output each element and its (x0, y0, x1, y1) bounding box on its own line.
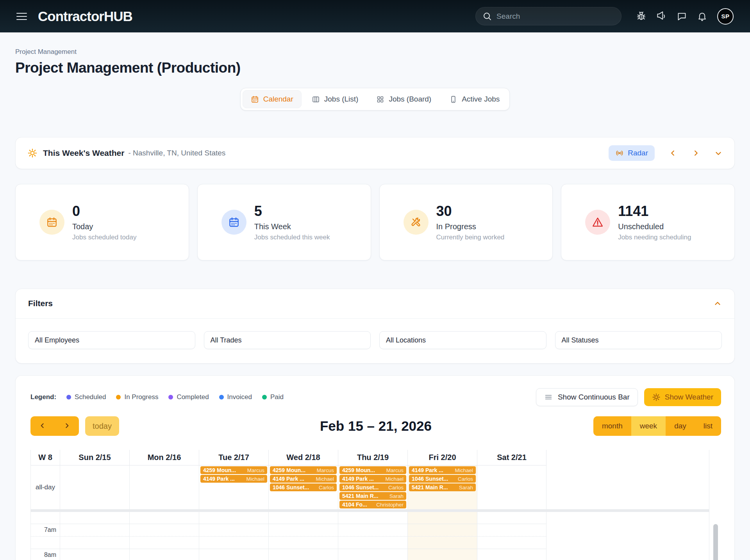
day-header-tue-2-17: Tue 2/17 (199, 450, 268, 465)
view-week-button[interactable]: week (631, 416, 666, 436)
time-label: 8am (31, 549, 60, 558)
calendar-event[interactable]: 4104 Fo... Christopher (339, 501, 406, 508)
chat-icon[interactable] (677, 11, 687, 21)
time-slot-cell[interactable] (199, 512, 268, 524)
radar-button[interactable]: Radar (609, 145, 655, 161)
megaphone-icon[interactable] (656, 11, 667, 21)
calendar-event[interactable]: 4149 Park ... Michael (200, 475, 267, 483)
time-slot-cell[interactable] (477, 549, 546, 560)
calendar-event[interactable]: 5421 Main R... Sarah (409, 483, 476, 491)
user-avatar[interactable]: SP (717, 8, 734, 25)
weather-prev-icon[interactable] (669, 149, 677, 157)
calendar-event[interactable]: 1046 Sunset... Carlos (270, 483, 337, 491)
today-button[interactable]: today (85, 416, 119, 436)
allday-cell-sat-2-21[interactable] (477, 465, 546, 509)
show-weather-button[interactable]: Show Weather (644, 388, 721, 406)
calendar-event[interactable]: 4259 Moun... Marcus (339, 466, 406, 474)
tab-active-jobs[interactable]: Active Jobs (441, 90, 507, 108)
bug-icon[interactable] (636, 11, 646, 21)
calendar-event[interactable]: 1046 Sunset... Carlos (339, 483, 406, 491)
allday-cell-wed-2-18[interactable]: 4259 Moun... Marcus 4149 Park ... Michae… (268, 465, 338, 509)
time-slot-cell[interactable] (199, 524, 268, 536)
calendar-next-icon[interactable] (59, 418, 75, 434)
calendar-prev-icon[interactable] (35, 418, 50, 434)
show-continuous-bar-button[interactable]: Show Continuous Bar (536, 388, 638, 406)
time-slot-cell[interactable] (129, 549, 199, 560)
event-title: 1046 Sunset... (412, 476, 448, 482)
calendar-event[interactable]: 4149 Park ... Michael (270, 475, 337, 483)
calendar-event[interactable]: 5421 Main R... Sarah (339, 492, 406, 500)
filter-select-all-locations[interactable]: All Locations (379, 331, 546, 349)
menu-icon[interactable] (16, 11, 27, 22)
tab-jobs-list[interactable]: Jobs (List) (304, 90, 366, 108)
time-slot-cell[interactable] (338, 549, 407, 560)
time-slot-cell[interactable] (407, 549, 477, 560)
time-slot-cell[interactable] (199, 537, 268, 549)
calendar-scrollbar[interactable] (713, 524, 718, 560)
allday-cell-sun-2-15[interactable] (60, 465, 129, 509)
view-month-button[interactable]: month (593, 416, 631, 436)
event-title: 4149 Park ... (203, 476, 235, 482)
time-axis: 8am (30, 549, 60, 560)
time-slot-cell[interactable] (129, 512, 199, 524)
time-slot-cell[interactable] (60, 537, 129, 549)
event-assignee: Carlos (316, 485, 334, 490)
time-slot-cell[interactable] (338, 512, 407, 524)
calendar-event[interactable]: 4259 Moun... Marcus (200, 466, 267, 474)
time-slot-cell[interactable] (477, 512, 546, 524)
page-title: Project Management (Production) (15, 60, 735, 76)
filters-collapse-icon[interactable] (713, 299, 722, 308)
filter-select-all-trades[interactable]: All Trades (204, 331, 371, 349)
allday-cell-fri-2-20[interactable]: 4149 Park ... Michael 1046 Sunset... Car… (407, 465, 477, 509)
time-slot-cell[interactable] (199, 549, 268, 560)
weather-collapse-icon[interactable] (714, 149, 723, 157)
time-slot-cell[interactable] (268, 524, 338, 536)
stat-sublabel: Currently being worked (436, 234, 505, 241)
time-slot-cell[interactable] (268, 512, 338, 524)
time-slot-cell[interactable] (477, 537, 546, 549)
time-slot-cell[interactable] (129, 524, 199, 536)
event-assignee: Michael (244, 476, 264, 482)
breadcrumb[interactable]: Project Management (15, 48, 735, 56)
legend-dot (219, 395, 224, 399)
time-slot-cell[interactable] (60, 524, 129, 536)
calendar-event[interactable]: 4149 Park ... Michael (339, 475, 406, 483)
allday-cell-thu-2-19[interactable]: 4259 Moun... Marcus 4149 Park ... Michae… (338, 465, 407, 509)
time-slot-cell[interactable] (268, 537, 338, 549)
time-slot-cell[interactable] (407, 524, 477, 536)
filter-select-all-employees[interactable]: All Employees (28, 331, 195, 349)
calendar-icon (39, 210, 64, 235)
time-slot-cell[interactable] (268, 549, 338, 560)
time-slot-cell[interactable] (129, 537, 199, 549)
filter-select-all-statuses[interactable]: All Statuses (555, 331, 722, 349)
view-list-button[interactable]: list (695, 416, 721, 436)
weather-location: - Nashville, TN, United States (128, 149, 225, 157)
calendar-event[interactable]: 1046 Sunset... Carlos (409, 475, 476, 483)
calendar-event[interactable]: 4149 Park ... Michael (409, 466, 476, 474)
view-day-button[interactable]: day (666, 416, 695, 436)
stats-row: 0 Today Jobs scheduled today 5 This Week… (15, 184, 735, 260)
calendar-event[interactable]: 4259 Moun... Marcus (270, 466, 337, 474)
time-slot-cell[interactable] (407, 512, 477, 524)
allday-divider (30, 509, 709, 512)
bell-icon[interactable] (697, 11, 707, 21)
tab-calendar[interactable]: Calendar (243, 90, 302, 108)
event-title: 4149 Park ... (412, 467, 443, 473)
search-input[interactable] (496, 12, 614, 21)
time-slot-cell[interactable] (407, 537, 477, 549)
time-slot-cell[interactable] (338, 524, 407, 536)
time-slot-cell[interactable] (60, 512, 129, 524)
time-slot-cell[interactable] (338, 537, 407, 549)
event-assignee: Carlos (386, 485, 404, 490)
time-axis (30, 512, 60, 524)
time-label: 7am (31, 524, 60, 533)
tab-jobs-board[interactable]: Jobs (Board) (368, 90, 439, 108)
time-slot-cell[interactable] (477, 524, 546, 536)
weather-next-icon[interactable] (691, 149, 700, 157)
phone-icon (449, 95, 457, 103)
day-header-thu-2-19: Thu 2/19 (338, 450, 407, 465)
time-slot-cell[interactable] (60, 549, 129, 560)
allday-cell-mon-2-16[interactable] (129, 465, 199, 509)
allday-cell-tue-2-17[interactable]: 4259 Moun... Marcus 4149 Park ... Michae… (199, 465, 268, 509)
stat-value: 1141 (618, 203, 691, 219)
